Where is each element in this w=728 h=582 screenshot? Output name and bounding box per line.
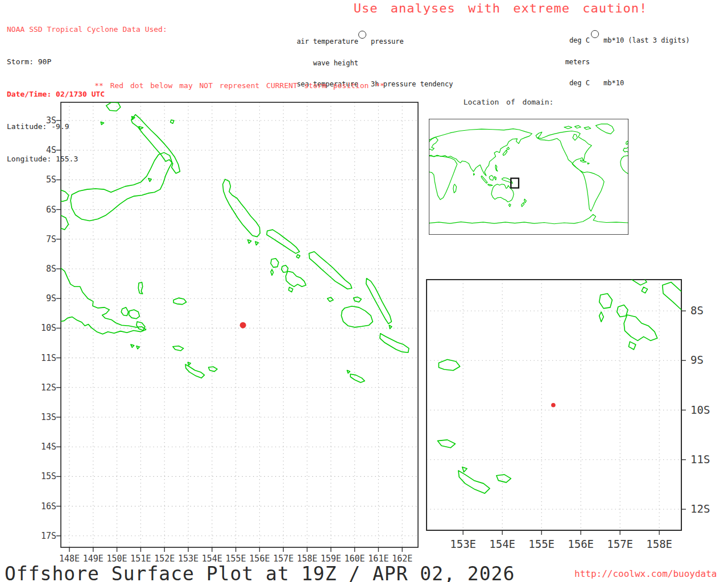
unit-degc-sea: deg C xyxy=(529,80,590,87)
lat-tick-label: 5S xyxy=(16,174,56,185)
legend-units-left: deg C meters deg C xyxy=(529,23,590,101)
arctic-island-1 xyxy=(564,126,572,129)
sumatra xyxy=(481,176,487,183)
source-url-link[interactable]: http://coolwx.com/buoydata xyxy=(574,568,717,579)
plot-title: Offshore Surface Plot at 19Z / APR 02, 2… xyxy=(5,563,515,582)
unit-mb10-last3: mb*10 (last 3 digits) xyxy=(603,37,728,44)
lon-tick-label: 158E xyxy=(638,538,681,550)
antarctica-coast xyxy=(429,214,628,223)
nz-north xyxy=(524,199,527,203)
station-circle-icon xyxy=(591,30,599,38)
britain xyxy=(626,141,628,144)
lat-tick-label: 17S xyxy=(16,531,56,541)
sri-lanka xyxy=(473,173,474,175)
storm-dot xyxy=(551,403,556,408)
inset-title: Location of domain: xyxy=(429,98,588,106)
lat-tick-label: 8S xyxy=(690,304,725,317)
lat-tick-label: 16S xyxy=(16,501,56,512)
arctic-island-2 xyxy=(574,126,581,128)
main-map-gridlines xyxy=(61,102,418,547)
legend-air-temperature: air temperature xyxy=(250,38,358,45)
lat-tick-label: 7S xyxy=(16,234,56,244)
lat-tick-label: 12S xyxy=(690,502,725,515)
lon-tick-label: 155E xyxy=(520,538,563,550)
greenland xyxy=(595,124,614,134)
borneo xyxy=(489,176,494,181)
lat-tick-label: 3S xyxy=(16,115,56,126)
lat-tick-label: 9S xyxy=(690,354,725,366)
unit-mb10: mb*10 xyxy=(603,80,728,87)
zoom-map-ticks xyxy=(463,311,686,535)
legend-plot-left: air temperature wave height sea temperat… xyxy=(250,24,358,102)
lat-tick-label: 14S xyxy=(16,442,56,452)
africa-west xyxy=(621,156,628,174)
lat-tick-label: 11S xyxy=(690,453,725,465)
world-inset-map xyxy=(429,119,628,235)
lat-tick-label: 8S xyxy=(16,264,56,274)
lat-tick-label: 13S xyxy=(16,412,56,422)
lat-tick-label: 6S xyxy=(16,205,56,215)
legend-plot-right: pressure 3h pressure tendency xyxy=(371,24,496,102)
station-circle-icon xyxy=(358,31,366,39)
legend-pressure: pressure xyxy=(371,38,496,45)
iberia xyxy=(623,147,628,152)
hokkaido xyxy=(507,147,510,150)
honshu xyxy=(503,150,507,156)
hudson-bay xyxy=(573,134,577,140)
lat-tick-label: 11S xyxy=(16,353,56,363)
noaa-data-line: NOAA SSD Tropical Cyclone Data Used: xyxy=(7,24,167,35)
lat-tick-label: 10S xyxy=(690,404,725,416)
eurasia-coast xyxy=(429,129,532,176)
nz-south xyxy=(522,202,524,206)
caution-headline: Use analyses with extreme caution! xyxy=(353,1,648,15)
main-map-ticks xyxy=(56,120,402,552)
lat-tick-label: 10S xyxy=(16,323,56,333)
lon-tick-label: 154E xyxy=(481,538,524,550)
unit-meters: meters xyxy=(529,59,590,66)
lon-tick-label: 157E xyxy=(598,538,642,550)
tasmania xyxy=(508,204,511,207)
madagascar xyxy=(453,184,457,193)
lon-tick-label: 153E xyxy=(441,538,485,550)
sulawesi xyxy=(495,176,497,180)
buoy-plot-page: NOAA SSD Tropical Cyclone Data Used: Sto… xyxy=(0,0,728,582)
africa-east xyxy=(429,156,457,199)
storm-dot xyxy=(240,322,246,329)
philippines xyxy=(495,165,498,171)
americas-coast xyxy=(536,131,604,211)
storm-position-warning: ** Red dot below may NOT represent CURRE… xyxy=(55,81,424,90)
legend-blank-row xyxy=(603,59,728,66)
legend-wave-height: wave height xyxy=(250,60,358,67)
lat-tick-label: 4S xyxy=(16,145,56,155)
lat-tick-label: 15S xyxy=(16,471,56,481)
zoom-map: 153E154E155E156E157E158E8S9S10S11S12S xyxy=(421,274,728,558)
storm-id-line: Storm: 90P xyxy=(7,56,167,67)
arctic-island-3 xyxy=(584,127,591,130)
lon-tick-label: 156E xyxy=(559,538,602,550)
legend-blank-row xyxy=(371,60,496,67)
legend-units-right: mb*10 (last 3 digits) mb*10 xyxy=(603,23,728,101)
hispaniola xyxy=(588,163,589,164)
java xyxy=(488,184,493,186)
main-map-frame xyxy=(61,102,418,547)
unit-degc-air: deg C xyxy=(529,37,590,44)
lat-tick-label: 9S xyxy=(16,293,56,304)
main-map: 148E149E150E151E152E153E154E155E156E157E… xyxy=(55,97,424,558)
lat-tick-label: 12S xyxy=(16,383,56,393)
